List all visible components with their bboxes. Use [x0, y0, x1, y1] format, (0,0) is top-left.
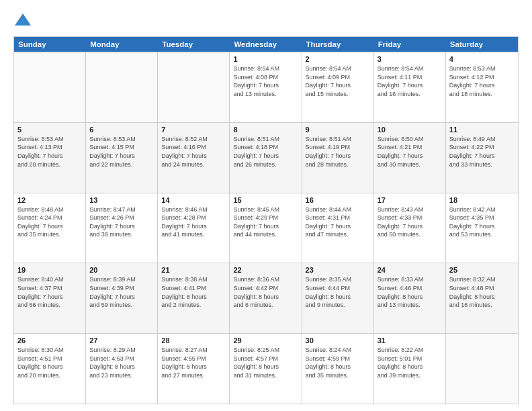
day-number: 27	[89, 336, 154, 345]
calendar-cell: 13Sunrise: 8:47 AM Sunset: 4:26 PM Dayli…	[86, 193, 158, 263]
calendar-row: 5Sunrise: 8:53 AM Sunset: 4:13 PM Daylig…	[14, 122, 518, 193]
day-number: 22	[233, 266, 298, 274]
calendar-cell: 4Sunrise: 8:53 AM Sunset: 4:12 PM Daylig…	[446, 52, 518, 122]
day-number: 21	[161, 266, 226, 274]
day-number: 7	[161, 126, 226, 134]
day-number: 3	[378, 55, 442, 63]
day-number: 6	[89, 126, 154, 134]
calendar-cell: 30Sunrise: 8:24 AM Sunset: 4:59 PM Dayli…	[302, 334, 374, 404]
day-number: 15	[233, 196, 298, 204]
day-info: Sunrise: 8:47 AM Sunset: 4:26 PM Dayligh…	[89, 205, 154, 239]
weekday-header: Tuesday	[158, 37, 230, 52]
day-info: Sunrise: 8:51 AM Sunset: 4:19 PM Dayligh…	[306, 135, 370, 169]
day-number: 25	[449, 266, 515, 274]
day-number: 16	[306, 196, 370, 204]
day-number: 23	[306, 266, 370, 274]
day-info: Sunrise: 8:53 AM Sunset: 4:12 PM Dayligh…	[449, 64, 515, 98]
logo	[13, 11, 35, 30]
day-number: 4	[449, 55, 515, 63]
logo-icon	[13, 11, 32, 30]
page: SundayMondayTuesdayWednesdayThursdayFrid…	[0, 0, 532, 411]
day-number: 8	[233, 126, 298, 134]
weekday-header: Thursday	[302, 37, 374, 52]
calendar-cell: 7Sunrise: 8:52 AM Sunset: 4:16 PM Daylig…	[158, 123, 230, 193]
day-info: Sunrise: 8:50 AM Sunset: 4:21 PM Dayligh…	[378, 135, 442, 169]
weekday-header: Wednesday	[230, 37, 302, 52]
calendar-cell: 16Sunrise: 8:44 AM Sunset: 4:31 PM Dayli…	[302, 193, 374, 263]
day-info: Sunrise: 8:49 AM Sunset: 4:22 PM Dayligh…	[449, 135, 515, 169]
day-number: 14	[161, 196, 226, 204]
calendar-cell: 2Sunrise: 8:54 AM Sunset: 4:09 PM Daylig…	[302, 52, 374, 122]
day-number: 20	[89, 266, 154, 274]
day-info: Sunrise: 8:54 AM Sunset: 4:09 PM Dayligh…	[306, 64, 370, 98]
day-number: 31	[378, 336, 442, 345]
calendar-cell	[86, 52, 158, 122]
day-number: 1	[233, 55, 298, 63]
day-info: Sunrise: 8:54 AM Sunset: 4:11 PM Dayligh…	[378, 64, 442, 98]
day-info: Sunrise: 8:24 AM Sunset: 4:59 PM Dayligh…	[306, 346, 370, 379]
calendar-cell: 6Sunrise: 8:53 AM Sunset: 4:15 PM Daylig…	[86, 123, 158, 193]
calendar-cell: 26Sunrise: 8:30 AM Sunset: 4:51 PM Dayli…	[14, 334, 86, 404]
day-info: Sunrise: 8:22 AM Sunset: 5:01 PM Dayligh…	[378, 346, 442, 379]
day-info: Sunrise: 8:25 AM Sunset: 4:57 PM Dayligh…	[233, 346, 298, 379]
calendar-cell	[446, 334, 518, 404]
calendar-cell: 11Sunrise: 8:49 AM Sunset: 4:22 PM Dayli…	[446, 123, 518, 193]
day-info: Sunrise: 8:35 AM Sunset: 4:44 PM Dayligh…	[306, 275, 370, 309]
day-info: Sunrise: 8:40 AM Sunset: 4:37 PM Dayligh…	[17, 275, 82, 309]
day-info: Sunrise: 8:54 AM Sunset: 4:08 PM Dayligh…	[233, 64, 298, 98]
day-info: Sunrise: 8:29 AM Sunset: 4:53 PM Dayligh…	[89, 346, 154, 379]
day-number: 11	[449, 126, 515, 134]
day-number: 30	[306, 336, 370, 345]
calendar-cell: 3Sunrise: 8:54 AM Sunset: 4:11 PM Daylig…	[374, 52, 446, 122]
calendar-cell	[14, 52, 86, 122]
day-info: Sunrise: 8:36 AM Sunset: 4:42 PM Dayligh…	[233, 275, 298, 309]
calendar-cell: 8Sunrise: 8:51 AM Sunset: 4:18 PM Daylig…	[230, 123, 302, 193]
calendar-row: 12Sunrise: 8:48 AM Sunset: 4:24 PM Dayli…	[14, 193, 518, 263]
calendar-cell: 20Sunrise: 8:39 AM Sunset: 4:39 PM Dayli…	[86, 263, 158, 333]
calendar-cell: 21Sunrise: 8:38 AM Sunset: 4:41 PM Dayli…	[158, 263, 230, 333]
day-info: Sunrise: 8:48 AM Sunset: 4:24 PM Dayligh…	[17, 205, 82, 239]
calendar-cell: 18Sunrise: 8:42 AM Sunset: 4:35 PM Dayli…	[446, 193, 518, 263]
day-number: 28	[161, 336, 226, 345]
day-number: 17	[378, 196, 442, 204]
day-number: 5	[17, 126, 82, 134]
calendar-cell: 25Sunrise: 8:32 AM Sunset: 4:48 PM Dayli…	[446, 263, 518, 333]
day-info: Sunrise: 8:51 AM Sunset: 4:18 PM Dayligh…	[233, 135, 298, 169]
calendar-cell: 19Sunrise: 8:40 AM Sunset: 4:37 PM Dayli…	[14, 263, 86, 333]
calendar-cell: 14Sunrise: 8:46 AM Sunset: 4:28 PM Dayli…	[158, 193, 230, 263]
calendar-cell	[158, 52, 230, 122]
day-number: 10	[378, 126, 442, 134]
day-info: Sunrise: 8:38 AM Sunset: 4:41 PM Dayligh…	[161, 275, 226, 309]
calendar-cell: 23Sunrise: 8:35 AM Sunset: 4:44 PM Dayli…	[302, 263, 374, 333]
day-number: 29	[233, 336, 298, 345]
calendar-body: 1Sunrise: 8:54 AM Sunset: 4:08 PM Daylig…	[14, 52, 518, 404]
day-info: Sunrise: 8:45 AM Sunset: 4:29 PM Dayligh…	[233, 205, 298, 239]
day-info: Sunrise: 8:53 AM Sunset: 4:13 PM Dayligh…	[17, 135, 82, 169]
calendar-row: 1Sunrise: 8:54 AM Sunset: 4:08 PM Daylig…	[14, 52, 518, 122]
calendar-header: SundayMondayTuesdayWednesdayThursdayFrid…	[14, 37, 518, 52]
day-number: 12	[17, 196, 82, 204]
weekday-header: Monday	[86, 37, 158, 52]
day-number: 18	[449, 196, 515, 204]
calendar-cell: 24Sunrise: 8:33 AM Sunset: 4:46 PM Dayli…	[374, 263, 446, 333]
day-number: 19	[17, 266, 82, 274]
day-info: Sunrise: 8:46 AM Sunset: 4:28 PM Dayligh…	[161, 205, 226, 239]
day-number: 26	[17, 336, 82, 345]
calendar-cell: 29Sunrise: 8:25 AM Sunset: 4:57 PM Dayli…	[230, 334, 302, 404]
day-info: Sunrise: 8:30 AM Sunset: 4:51 PM Dayligh…	[17, 346, 82, 379]
calendar-cell: 1Sunrise: 8:54 AM Sunset: 4:08 PM Daylig…	[230, 52, 302, 122]
calendar-row: 26Sunrise: 8:30 AM Sunset: 4:51 PM Dayli…	[14, 333, 518, 404]
day-number: 2	[306, 55, 370, 63]
calendar-cell: 17Sunrise: 8:43 AM Sunset: 4:33 PM Dayli…	[374, 193, 446, 263]
calendar-cell: 5Sunrise: 8:53 AM Sunset: 4:13 PM Daylig…	[14, 123, 86, 193]
calendar: SundayMondayTuesdayWednesdayThursdayFrid…	[13, 36, 519, 404]
calendar-cell: 9Sunrise: 8:51 AM Sunset: 4:19 PM Daylig…	[302, 123, 374, 193]
calendar-cell: 15Sunrise: 8:45 AM Sunset: 4:29 PM Dayli…	[230, 193, 302, 263]
calendar-cell: 27Sunrise: 8:29 AM Sunset: 4:53 PM Dayli…	[86, 334, 158, 404]
header	[13, 11, 519, 30]
day-number: 13	[89, 196, 154, 204]
calendar-cell: 12Sunrise: 8:48 AM Sunset: 4:24 PM Dayli…	[14, 193, 86, 263]
day-number: 24	[378, 266, 442, 274]
calendar-row: 19Sunrise: 8:40 AM Sunset: 4:37 PM Dayli…	[14, 263, 518, 333]
day-info: Sunrise: 8:27 AM Sunset: 4:55 PM Dayligh…	[161, 346, 226, 379]
